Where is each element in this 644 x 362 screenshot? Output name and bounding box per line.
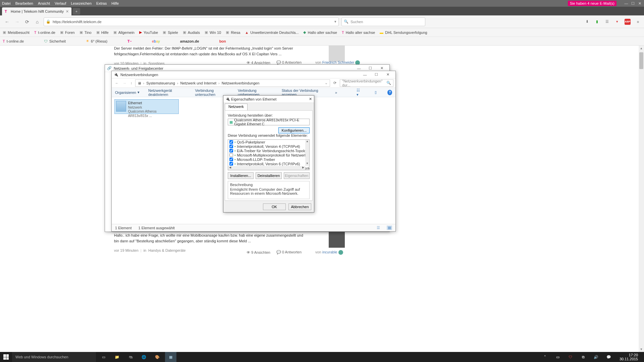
mail-notification-badge[interactable]: Sie haben 4 neue E-Mail(s) <box>568 1 616 6</box>
ethernet-adapter-item[interactable]: Ethernet Netzwerk Qualcomm Atheros AR813… <box>114 99 179 114</box>
tab-network[interactable]: Netzwerk <box>225 104 248 110</box>
menu-history[interactable]: Verlauf <box>55 1 66 5</box>
protocol-checkbox[interactable] <box>229 140 233 144</box>
protocol-item[interactable]: ▪Microsoft-Multiplexorprotokoll für Netz… <box>228 153 309 157</box>
taskbar-search-input[interactable]: Web und Windows durchsuchen <box>12 352 96 362</box>
breadcrumb-item[interactable]: Netzwerk und Internet <box>180 81 216 85</box>
breadcrumb-item[interactable]: Systemsteuerung <box>146 81 175 85</box>
protocol-checkbox[interactable] <box>229 144 233 148</box>
tray-volume-icon[interactable]: 🔊 <box>591 355 601 359</box>
bookmark-tino[interactable]: ▣Tino <box>79 30 92 35</box>
pocket-icon[interactable]: ▾ <box>614 19 620 24</box>
view-details-icon[interactable]: ☰ <box>377 226 380 230</box>
url-input[interactable]: 🔒 https://telekomhilft.telekom.de ▾ <box>44 17 339 26</box>
breadcrumb-dropdown-icon[interactable]: ⌄ <box>325 81 328 85</box>
tray-network-icon[interactable]: ⧉ <box>579 355 588 359</box>
scroll-right-icon[interactable]: ▶ <box>301 166 305 170</box>
bookmark-win10[interactable]: ▣Win 10 <box>205 30 221 35</box>
refresh-button[interactable]: ⟳ <box>331 81 338 85</box>
bookmark2-tonline[interactable]: Tt-online.de <box>3 39 24 43</box>
breadcrumb-item[interactable]: Netzwerkverbindungen <box>222 81 260 85</box>
browser-tab[interactable]: T Home | Telekom hilft Community ✕ <box>2 7 71 15</box>
toolbar-overflow-button[interactable]: » <box>335 90 337 95</box>
new-tab-button[interactable]: + <box>73 8 80 15</box>
disable-device-button[interactable]: Netzwerkgerät deaktivieren <box>148 88 186 97</box>
protocol-item[interactable]: ▪E/A-Treiber für Verbindungsschicht-Topo… <box>228 148 309 153</box>
bookmark-sachse1[interactable]: ◆Hallo alter sachse <box>303 30 337 35</box>
forward-button[interactable]: → <box>13 18 21 25</box>
protocol-item[interactable]: ▪Microsoft-LLDP-Treiber <box>228 157 309 162</box>
post-category[interactable]: Handys & Datengeräte <box>148 248 185 253</box>
close-button[interactable]: ✕ <box>376 66 387 70</box>
scroll-left-icon[interactable]: ◀ <box>228 166 232 170</box>
breadcrumb-path[interactable]: 🖥 › Systemsteuerung › Netzwerk und Inter… <box>135 79 330 87</box>
home-button[interactable]: ⌂ <box>34 18 41 25</box>
taskbar-app-browser[interactable]: 🌐 <box>138 352 150 362</box>
protocol-checkbox[interactable] <box>229 158 233 161</box>
maximize-button[interactable]: ☐ <box>365 66 376 70</box>
nav-up-button[interactable]: ↑ <box>129 81 134 85</box>
back-button[interactable]: ← <box>3 18 11 25</box>
tab-close-icon[interactable]: ✕ <box>66 9 69 14</box>
bookmark-allgemein[interactable]: ▣Allgemein <box>113 30 135 35</box>
bookmark2-ebay[interactable]: ebay <box>152 39 160 43</box>
minimize-button[interactable]: — <box>624 1 629 6</box>
minimize-button[interactable]: — <box>359 73 371 77</box>
list-icon[interactable]: ☰ <box>604 19 610 24</box>
uninstall-button[interactable]: Deinstallieren <box>256 172 281 179</box>
menu-file[interactable]: Datei <box>2 1 11 5</box>
post-author-link[interactable]: incurable <box>322 250 337 254</box>
taskbar-app-store[interactable]: 🛍 <box>125 352 136 362</box>
adblock-icon[interactable]: ABP <box>625 19 631 25</box>
menu-extras[interactable]: Extras <box>96 1 107 5</box>
bookmark-hilfe[interactable]: ▣Hilfe <box>96 30 109 35</box>
protocol-checkbox[interactable] <box>229 153 233 157</box>
ok-button[interactable]: OK <box>263 203 286 210</box>
bookmark-youtube[interactable]: ▶YouTube <box>139 30 158 35</box>
bookmark-dhl[interactable]: ▬DHL Sendungsverfolgung <box>380 31 427 35</box>
taskbar-app-paint[interactable]: 🎨 <box>152 352 163 362</box>
bookmark-riesa[interactable]: ▣Riesa <box>226 30 240 35</box>
scroll-thumb[interactable] <box>639 52 643 69</box>
menu-edit[interactable]: Bearbeiten <box>15 1 33 5</box>
bookmark2-amazon[interactable]: amazon.de <box>180 39 199 43</box>
menu-view[interactable]: Ansicht <box>38 1 50 5</box>
start-button[interactable] <box>0 354 12 360</box>
tray-chevron-icon[interactable]: ˄ <box>540 355 550 359</box>
tray-shield-icon[interactable]: 🛡 <box>566 355 575 359</box>
configure-button[interactable]: Konfigurieren... <box>278 127 310 133</box>
bookmark-foren[interactable]: ▣Foren <box>60 30 75 35</box>
maximize-button[interactable]: ☐ <box>371 72 382 77</box>
protocol-item[interactable]: ▪QoS-Paketplaner <box>228 140 309 144</box>
close-button[interactable]: ✕ <box>382 72 393 77</box>
post-author-link[interactable]: Friedrich Schneider <box>322 60 354 64</box>
list-vertical-scrollbar[interactable]: ▲ ▼ <box>305 140 309 166</box>
bookmark-unwetter[interactable]: ▲Unwetterzentrale Deutschla... <box>245 31 299 35</box>
protocol-item[interactable]: ▪Internetprotokoll, Version 4 (TCP/IPv4) <box>228 144 309 148</box>
bookmark2-telekom[interactable]: T·· <box>127 39 132 43</box>
taskbar-clock[interactable]: 17:20 30.11.2015 <box>617 353 641 361</box>
help-icon[interactable]: ? <box>387 90 392 95</box>
organize-menu[interactable]: Organisieren ▾ <box>115 90 140 95</box>
preview-pane-icon[interactable]: ▯ <box>373 90 379 95</box>
explorer-search-input[interactable]: "Netzwerkverbindungen" dur... 🔍 <box>340 79 393 87</box>
page-scrollbar[interactable]: ▲ ▼ <box>639 46 644 352</box>
bookmark-spiele[interactable]: ▣Spiele <box>163 30 178 35</box>
nav-back-button[interactable]: ← <box>114 81 120 85</box>
protocol-list[interactable]: ▪QoS-Paketplaner▪Internetprotokoll, Vers… <box>228 139 310 170</box>
bookmark2-weather[interactable]: ☀6° (Riesa) <box>86 39 107 43</box>
cancel-button[interactable]: Abbrechen <box>288 203 311 210</box>
bookmark-sachse2[interactable]: THallo alter sachse <box>342 31 375 35</box>
downloads-icon[interactable]: ⬇ <box>584 19 590 24</box>
minimize-button[interactable]: — <box>353 66 365 70</box>
protocol-checkbox[interactable] <box>229 162 233 166</box>
reload-button[interactable]: ⟳ <box>23 18 31 25</box>
view-options-icon[interactable]: ☷ ▾ <box>355 88 364 97</box>
view-thumbnails-icon[interactable]: ▦ <box>387 226 392 230</box>
nav-forward-button[interactable]: → <box>121 81 128 85</box>
scroll-down-icon[interactable]: ▼ <box>305 162 309 166</box>
scroll-down-icon[interactable]: ▼ <box>639 347 644 352</box>
tray-notification-icon[interactable]: 💬 <box>604 355 613 359</box>
taskbar-app-network[interactable]: ▦ <box>165 352 176 362</box>
scroll-up-icon[interactable]: ▲ <box>639 46 644 51</box>
